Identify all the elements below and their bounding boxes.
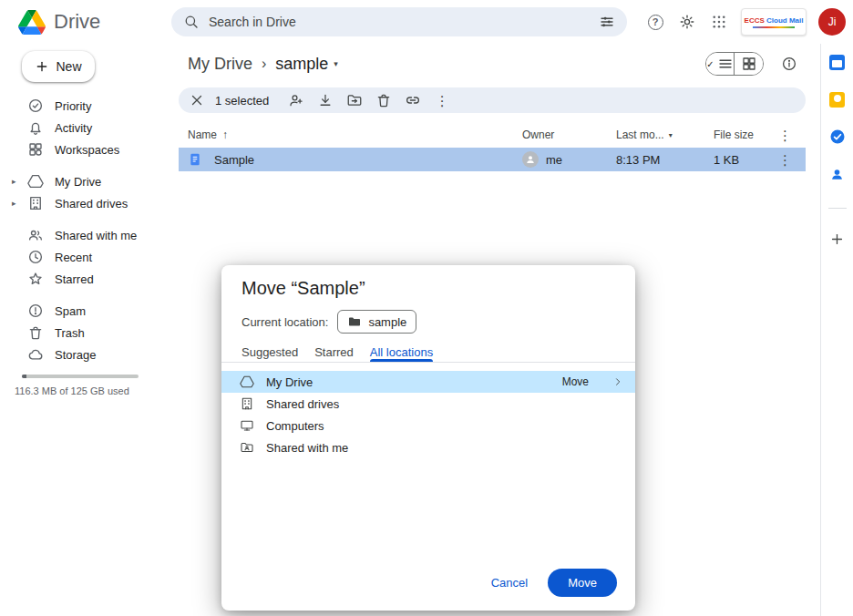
cloud-icon	[27, 346, 44, 363]
eccs-cloud-mail-badge[interactable]: ECCS Cloud Mail	[741, 8, 807, 36]
view-controls: ✓	[705, 52, 798, 76]
location-row-shared-with-me[interactable]: Shared with me	[221, 436, 635, 458]
sidebar-item-starred[interactable]: Starred	[0, 268, 171, 290]
help-button[interactable]: ?	[645, 12, 665, 32]
sidebar-item-trash[interactable]: Trash	[0, 322, 171, 344]
gear-icon	[679, 14, 695, 30]
workspaces-icon	[27, 141, 44, 158]
my-drive-icon	[27, 173, 44, 190]
location-row-my-drive[interactable]: My Drive Move	[221, 371, 635, 393]
grid-view-button[interactable]	[735, 53, 763, 75]
owner-name: me	[546, 153, 562, 167]
breadcrumb-current-folder[interactable]: sample	[275, 55, 328, 74]
dialog-tabs: Suggested Starred All locations	[221, 334, 635, 363]
person-add-icon	[288, 92, 304, 108]
spam-icon	[27, 303, 44, 319]
tab-suggested[interactable]: Suggested	[242, 343, 298, 362]
sidebar-item-my-drive[interactable]: ▸ My Drive	[0, 170, 171, 192]
more-vert-icon: ⋮	[778, 153, 792, 167]
folder-menu-caret-icon[interactable]: ▾	[334, 59, 338, 68]
share-button[interactable]	[282, 89, 311, 111]
top-bar: Drive ?	[0, 0, 853, 44]
expand-arrow-icon[interactable]: ▸	[12, 177, 16, 186]
more-actions-button[interactable]: ⋮	[427, 89, 457, 111]
my-drive-icon	[240, 375, 254, 389]
list-view-button[interactable]: ✓	[706, 53, 735, 75]
current-location-label: Current location:	[242, 315, 328, 329]
sidebar-item-workspaces[interactable]: Workspaces	[0, 139, 171, 160]
column-owner[interactable]: Owner	[522, 128, 616, 141]
badge-color-bar	[753, 26, 795, 28]
search-input[interactable]	[209, 15, 590, 29]
location-list: My Drive Move Shared drives Computers Sh…	[221, 363, 635, 458]
keep-icon	[829, 92, 845, 108]
breadcrumb-row: My Drive › sample ▾ ✓	[171, 44, 820, 84]
google-doc-icon	[188, 152, 202, 167]
calendar-button[interactable]	[828, 53, 847, 71]
sidebar-item-spam[interactable]: Spam	[0, 300, 171, 322]
move-to-button[interactable]	[340, 89, 369, 111]
expand-arrow-icon[interactable]: ▸	[12, 199, 16, 208]
apps-grid-button[interactable]	[709, 12, 729, 32]
new-button[interactable]: New	[22, 51, 95, 82]
get-link-button[interactable]	[398, 89, 427, 111]
column-last-modified[interactable]: Last mo... ▾	[616, 128, 714, 141]
more-vert-icon: ⋮	[436, 94, 449, 108]
keep-button[interactable]	[828, 90, 847, 108]
grid-view-icon	[741, 56, 757, 72]
current-location-chip[interactable]: sample	[337, 310, 416, 334]
row-more-button[interactable]: ⋮	[765, 153, 806, 167]
column-file-size: File size	[714, 128, 765, 141]
file-size-cell: 1 KB	[714, 153, 765, 167]
more-vert-icon: ⋮	[778, 128, 792, 142]
search-bar[interactable]	[171, 7, 627, 36]
delete-button[interactable]	[369, 89, 398, 111]
tab-all-locations[interactable]: All locations	[370, 343, 433, 362]
table-row[interactable]: Sample me 8:13 PM 1 KB ⋮	[179, 148, 806, 171]
download-button[interactable]	[311, 89, 340, 111]
breadcrumb-my-drive[interactable]: My Drive	[188, 55, 252, 74]
drive-home[interactable]: Drive	[0, 10, 171, 35]
search-options-icon[interactable]	[599, 14, 615, 30]
storage-usage-text: 116.3 MB of 125 GB used	[15, 385, 171, 396]
storage-progress-bar[interactable]	[22, 375, 139, 378]
column-options-button[interactable]: ⋮	[765, 128, 806, 142]
account-avatar[interactable]: Ji	[818, 8, 846, 36]
contacts-button[interactable]	[828, 165, 847, 183]
chevron-right-icon	[611, 375, 624, 388]
search-icon[interactable]	[183, 14, 200, 30]
column-name[interactable]: Name ↑	[179, 128, 522, 141]
location-row-computers[interactable]: Computers	[221, 415, 635, 436]
rail-divider	[828, 208, 847, 209]
sidebar-item-activity[interactable]: Activity	[0, 117, 171, 139]
cancel-button[interactable]: Cancel	[478, 570, 540, 596]
sidebar-item-shared-drives[interactable]: ▸ Shared drives	[0, 192, 171, 214]
sidebar-item-recent[interactable]: Recent	[0, 246, 171, 268]
close-icon	[189, 92, 205, 108]
shared-drives-icon	[240, 396, 254, 411]
shared-drives-icon	[27, 195, 44, 211]
move-button[interactable]: Move	[548, 569, 617, 597]
trash-icon	[27, 324, 44, 341]
settings-button[interactable]	[677, 12, 697, 32]
plus-icon	[829, 231, 845, 247]
clear-selection-button[interactable]	[186, 89, 208, 111]
header-actions: ? ECCS Cloud Mail Ji	[645, 8, 853, 36]
sidebar-item-priority[interactable]: Priority	[0, 95, 171, 117]
computer-icon	[240, 418, 254, 433]
get-addons-button[interactable]	[828, 230, 847, 248]
storage-progress-fill	[22, 375, 26, 378]
star-icon	[27, 271, 44, 287]
sidebar-item-shared-with-me[interactable]: Shared with me	[0, 224, 171, 246]
tasks-button[interactable]	[828, 128, 847, 146]
people-icon	[27, 227, 44, 243]
dialog-footer: Cancel Move	[478, 569, 617, 597]
tab-starred[interactable]: Starred	[314, 343, 354, 362]
location-row-shared-drives[interactable]: Shared drives	[221, 393, 635, 415]
sidebar: New Priority Activity Workspaces ▸ My Dr…	[0, 44, 171, 616]
move-here-label[interactable]: Move	[562, 375, 589, 388]
sort-ascending-icon: ↑	[222, 128, 228, 141]
sidebar-item-storage[interactable]: Storage	[0, 344, 171, 365]
details-button[interactable]	[780, 55, 798, 73]
bell-icon	[27, 119, 44, 136]
